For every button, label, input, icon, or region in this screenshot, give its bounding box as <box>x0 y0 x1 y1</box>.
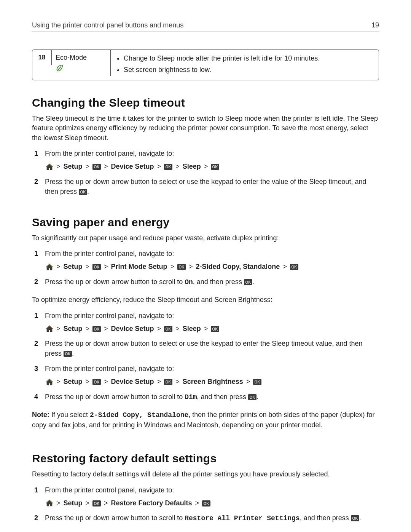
breadcrumb-separator: > <box>56 377 61 387</box>
breadcrumb-separator: > <box>195 498 199 508</box>
ok-button-icon <box>211 164 219 170</box>
step-item: From the printer control panel, navigate… <box>32 311 379 334</box>
running-head-title: Using the printer control panel buttons … <box>32 21 183 29</box>
home-icon <box>46 264 53 271</box>
ok-button-icon <box>92 500 101 506</box>
paragraph: The Sleep timeout is the time it takes f… <box>32 114 379 143</box>
nav-segment: Sleep <box>183 324 201 334</box>
nav-segment: Setup <box>64 324 83 334</box>
ok-button-icon <box>92 264 101 270</box>
breadcrumb-separator: > <box>56 498 61 508</box>
breadcrumb-separator: > <box>157 377 161 387</box>
step-text: Press the up or down arrow button to scr… <box>45 393 185 401</box>
step-text: . <box>256 393 258 401</box>
step-text: , and then press <box>193 278 244 286</box>
breadcrumb-separator: > <box>86 377 90 387</box>
note-label: Note: <box>32 411 49 419</box>
nav-path: > Setup > > Device Setup > > Sleep > <box>45 324 379 334</box>
mono-text: Restore All Printer Settings <box>185 514 299 522</box>
ok-button-icon <box>64 351 72 357</box>
note: Note: If you select 2-Sided Copy, Standa… <box>32 410 379 430</box>
mono-text: 2-Sided Copy, Standalone <box>90 411 188 419</box>
ok-button-icon <box>164 164 172 170</box>
ok-button-icon <box>92 164 101 170</box>
breadcrumb-separator: > <box>175 162 180 172</box>
step-text: Press the up or down arrow button to sel… <box>45 340 363 357</box>
steps-list: From the printer control panel, navigate… <box>32 486 379 524</box>
feature-bullet: Change to Sleep mode after the printer i… <box>124 54 373 63</box>
nav-segment: Setup <box>64 498 83 508</box>
ok-button-icon <box>290 264 298 270</box>
step-text: , and then press <box>197 393 248 401</box>
step-text: . <box>359 514 361 522</box>
ok-button-icon <box>248 394 256 400</box>
step-item: Press the up or down arrow button to sel… <box>32 339 379 359</box>
step-item: Press the up or down arrow button to scr… <box>32 392 379 403</box>
feature-row-label: Eco-Mode <box>56 54 106 62</box>
breadcrumb-separator: > <box>189 262 193 272</box>
ok-button-icon <box>92 326 101 332</box>
eco-mode-icon <box>56 64 64 72</box>
nav-segment: Setup <box>64 262 83 272</box>
step-item: Press the up or down arrow button to scr… <box>32 513 379 524</box>
ok-button-icon <box>202 500 210 506</box>
nav-path: > Setup > > Device Setup > > Screen Brig… <box>45 377 379 387</box>
step-text: . <box>252 278 254 286</box>
breadcrumb-separator: > <box>246 377 250 387</box>
step-text: . <box>87 188 89 195</box>
steps-list: From the printer control panel, navigate… <box>32 311 379 403</box>
steps-list: From the printer control panel, navigate… <box>32 149 379 197</box>
heading-restoring-defaults: Restoring factory default settings <box>32 452 379 465</box>
nav-segment: Setup <box>64 162 83 172</box>
home-icon <box>46 379 53 386</box>
home-icon <box>46 325 53 332</box>
breadcrumb-separator: > <box>104 324 108 334</box>
step-item: From the printer control panel, navigate… <box>32 149 379 172</box>
ok-button-icon <box>211 326 219 332</box>
breadcrumb-separator: > <box>104 262 108 272</box>
nav-segment: Sleep <box>183 162 201 172</box>
breadcrumb-separator: > <box>283 262 287 272</box>
ok-button-icon <box>351 515 359 521</box>
breadcrumb-separator: > <box>86 262 90 272</box>
breadcrumb-separator: > <box>104 377 108 387</box>
step-item: From the printer control panel, navigate… <box>32 364 379 387</box>
nav-segment: Device Setup <box>111 324 154 334</box>
step-item: From the printer control panel, navigate… <box>32 486 379 508</box>
running-head: Using the printer control panel buttons … <box>32 21 379 32</box>
mono-text: Dim <box>185 393 197 401</box>
breadcrumb-separator: > <box>157 324 161 334</box>
breadcrumb-separator: > <box>204 324 208 334</box>
nav-segment: Restore Factory Defaults <box>111 498 192 508</box>
breadcrumb-separator: > <box>86 324 90 334</box>
heading-changing-sleep-timeout: Changing the Sleep timeout <box>32 96 379 109</box>
nav-segment: Device Setup <box>111 377 154 387</box>
ok-button-icon <box>177 264 186 270</box>
breadcrumb-separator: > <box>86 162 90 172</box>
ok-button-icon <box>164 326 172 332</box>
ok-button-icon <box>164 379 172 385</box>
paragraph: Resetting to factory default settings wi… <box>32 470 379 479</box>
home-icon <box>46 500 53 507</box>
step-item: Press the up or down arrow button to scr… <box>32 277 379 288</box>
step-text: From the printer control panel, navigate… <box>45 365 174 372</box>
breadcrumb-separator: > <box>175 377 180 387</box>
note-text: If you select <box>49 411 90 419</box>
page: Using the printer control panel buttons … <box>0 0 411 532</box>
breadcrumb-separator: > <box>104 162 108 172</box>
feature-row-description: Change to Sleep mode after the printer i… <box>111 50 379 80</box>
step-text: . <box>72 350 74 357</box>
step-item: From the printer control panel, navigate… <box>32 249 379 272</box>
step-text: From the printer control panel, navigate… <box>45 150 174 157</box>
step-text: From the printer control panel, navigate… <box>45 312 174 320</box>
paragraph: To optimize energy efficiency, reduce th… <box>32 295 379 305</box>
nav-path: > Setup > > Device Setup > > Sleep > <box>45 162 379 172</box>
step-text: Press the up or down arrow button to sel… <box>45 178 366 195</box>
mono-text: On <box>185 278 193 286</box>
ok-button-icon <box>253 379 261 385</box>
nav-segment: Device Setup <box>111 162 154 172</box>
nav-segment: Screen Brightness <box>183 377 243 387</box>
breadcrumb-separator: > <box>170 262 175 272</box>
breadcrumb-separator: > <box>56 324 61 334</box>
step-text: From the printer control panel, navigate… <box>45 250 174 257</box>
